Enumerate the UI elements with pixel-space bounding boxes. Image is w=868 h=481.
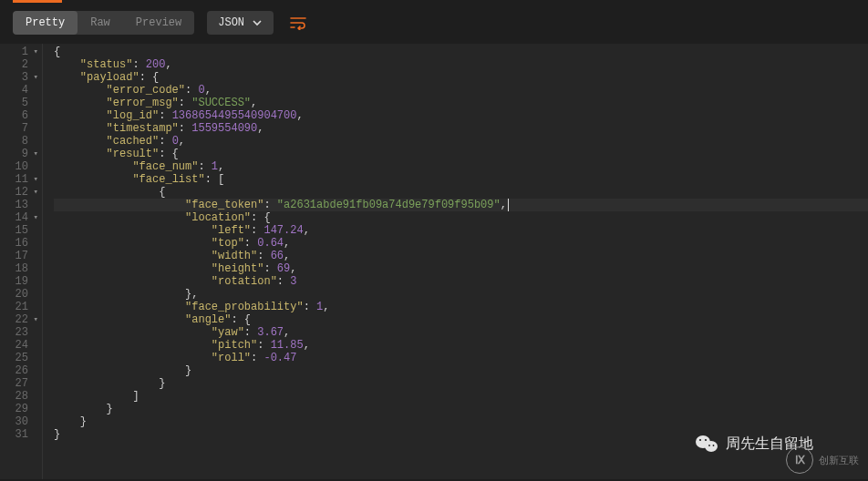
code-area[interactable]: { "status": 200, "payload": { "error_cod… (43, 44, 868, 479)
code-line[interactable]: "roll": -0.47 (54, 352, 868, 364)
fold-toggle-icon[interactable]: ▾ (31, 173, 38, 186)
gutter-line: 7 (0, 122, 42, 135)
code-line[interactable]: "width": 66, (54, 250, 868, 262)
code-line[interactable]: "top": 0.64, (54, 237, 868, 250)
chevron-down-icon (252, 17, 263, 28)
format-dropdown-group: JSON (207, 11, 274, 35)
code-line[interactable]: } (54, 377, 868, 390)
json-editor[interactable]: 1▾23▾456789▾1011▾12▾1314▾151617181920212… (0, 44, 868, 479)
line-number: 31 (16, 428, 28, 441)
gutter-line: 24 (0, 339, 42, 352)
fold-toggle-icon[interactable]: ▾ (31, 211, 38, 224)
gutter-line: 20 (0, 288, 42, 301)
active-tab-accent (13, 0, 62, 3)
code-line[interactable]: "error_code": 0, (54, 84, 868, 97)
line-number: 21 (16, 301, 28, 313)
format-dropdown-label: JSON (218, 16, 244, 29)
gutter-line: 30 (0, 415, 42, 428)
gutter-line: 23 (0, 326, 42, 339)
svg-point-4 (708, 445, 710, 446)
line-number: 19 (16, 275, 28, 288)
brand-icon: Ⅸ (786, 446, 813, 474)
code-line[interactable]: "log_id": 1368654495540904700, (54, 109, 868, 122)
code-line[interactable]: "timestamp": 1559554090, (54, 122, 868, 135)
gutter-line: 15 (0, 224, 42, 237)
code-line[interactable]: "status": 200, (54, 58, 868, 71)
code-line[interactable]: "cached": 0, (54, 135, 868, 148)
code-line[interactable]: }, (54, 288, 868, 301)
code-line[interactable]: } (54, 403, 868, 415)
code-line[interactable]: "yaw": 3.67, (54, 326, 868, 339)
svg-point-2 (699, 439, 701, 441)
line-number: 25 (16, 352, 28, 364)
code-line[interactable]: { (54, 186, 868, 199)
fold-toggle-icon[interactable]: ▾ (31, 71, 38, 84)
gutter-line: 3▾ (0, 71, 42, 84)
line-number: 15 (16, 224, 28, 237)
code-line[interactable]: ] (54, 390, 868, 403)
code-line[interactable]: "angle": { (54, 313, 868, 326)
gutter-line: 2 (0, 58, 42, 71)
line-number: 8 (22, 135, 28, 148)
gutter-line: 28 (0, 390, 42, 403)
svg-point-5 (713, 445, 715, 446)
fold-toggle-icon[interactable]: ▾ (31, 313, 38, 326)
gutter-line: 16 (0, 237, 42, 250)
line-number: 20 (16, 288, 28, 301)
wrap-lines-button[interactable] (284, 12, 312, 34)
line-number: 1 (22, 46, 28, 58)
code-line[interactable]: "face_num": 1, (54, 160, 868, 173)
line-number: 18 (16, 262, 28, 275)
code-line[interactable]: "face_list": [ (54, 173, 868, 186)
tab-preview[interactable]: Preview (123, 11, 194, 35)
code-line[interactable]: "height": 69, (54, 262, 868, 275)
code-line[interactable]: "face_probability": 1, (54, 301, 868, 313)
fold-toggle-icon[interactable]: ▾ (31, 186, 38, 199)
line-number: 17 (16, 250, 28, 262)
code-line[interactable]: "location": { (54, 211, 868, 224)
gutter-line: 19 (0, 275, 42, 288)
line-number: 22 (16, 313, 28, 326)
wrap-icon (290, 15, 306, 30)
line-number: 9 (22, 148, 28, 160)
line-number: 5 (22, 97, 28, 109)
line-gutter: 1▾23▾456789▾1011▾12▾1314▾151617181920212… (0, 44, 43, 479)
code-line[interactable]: "payload": { (54, 71, 868, 84)
tab-pretty[interactable]: Pretty (13, 11, 78, 35)
gutter-line: 17 (0, 250, 42, 262)
tab-raw[interactable]: Raw (78, 11, 123, 35)
svg-point-1 (705, 441, 718, 452)
gutter-line: 10 (0, 160, 42, 173)
gutter-line: 27 (0, 377, 42, 390)
code-line[interactable]: "face_token": "a2631abde91fb09a74d9e79f0… (54, 199, 868, 211)
gutter-line: 1▾ (0, 46, 42, 58)
line-number: 26 (16, 364, 28, 377)
line-number: 7 (22, 122, 28, 135)
gutter-line: 31 (0, 428, 42, 441)
gutter-line: 25 (0, 352, 42, 364)
code-line[interactable]: "error_msg": "SUCCESS", (54, 97, 868, 109)
code-line[interactable]: "result": { (54, 148, 868, 160)
gutter-line: 6 (0, 109, 42, 122)
gutter-line: 5 (0, 97, 42, 109)
line-number: 14 (16, 211, 28, 224)
code-line[interactable]: "pitch": 11.85, (54, 339, 868, 352)
fold-toggle-icon[interactable]: ▾ (31, 46, 38, 58)
gutter-line: 12▾ (0, 186, 42, 199)
code-line[interactable]: } (54, 415, 868, 428)
line-number: 4 (22, 84, 28, 97)
line-number: 29 (16, 403, 28, 415)
line-number: 30 (16, 415, 28, 428)
format-dropdown[interactable]: JSON (207, 11, 274, 35)
code-line[interactable]: "left": 147.24, (54, 224, 868, 237)
code-line[interactable]: "rotation": 3 (54, 275, 868, 288)
brand-text: 创新互联 (819, 454, 859, 467)
gutter-line: 8 (0, 135, 42, 148)
code-line[interactable]: } (54, 364, 868, 377)
fold-toggle-icon[interactable]: ▾ (31, 148, 38, 160)
wechat-icon (695, 434, 718, 454)
line-number: 28 (16, 390, 28, 403)
line-number: 3 (22, 71, 28, 84)
code-line[interactable]: { (54, 46, 868, 58)
gutter-line: 14▾ (0, 211, 42, 224)
